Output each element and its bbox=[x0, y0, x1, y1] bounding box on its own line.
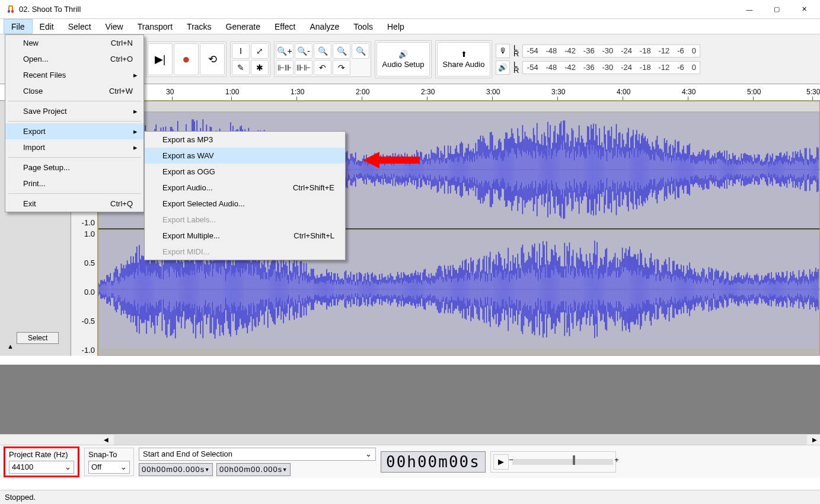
file-menu-item-save-project[interactable]: Save Project▸ bbox=[5, 103, 143, 119]
menu-select[interactable]: Select bbox=[61, 19, 98, 34]
chevron-down-icon: ⌄ bbox=[365, 449, 372, 458]
menu-file[interactable]: File bbox=[4, 19, 33, 34]
chevron-right-icon: ▸ bbox=[133, 107, 138, 116]
menu-help[interactable]: Help bbox=[380, 19, 411, 34]
file-menu-item-recent-files[interactable]: Recent Files▸ bbox=[5, 67, 143, 83]
app-icon bbox=[6, 5, 15, 14]
chevron-right-icon: ▸ bbox=[133, 71, 138, 79]
audio-position-display[interactable]: 00h00m00s bbox=[381, 451, 486, 473]
draw-tool-button[interactable]: ✎ bbox=[232, 60, 250, 75]
minimize-button[interactable]: — bbox=[736, 0, 763, 19]
timeline-tick: 1:00 bbox=[225, 88, 239, 96]
status-text: Stopped. bbox=[5, 493, 36, 502]
file-menu-item-import[interactable]: Import▸ bbox=[5, 139, 143, 155]
export-menu-item-export-labels-: Export Labels... bbox=[145, 212, 345, 228]
timeline-tick: 2:00 bbox=[356, 88, 369, 96]
menubar: File Edit Select View Transport Tracks G… bbox=[0, 19, 820, 34]
file-menu-item-print-[interactable]: Print... bbox=[5, 176, 143, 192]
file-dropdown-menu: NewCtrl+NOpen...Ctrl+ORecent Files▸Close… bbox=[5, 34, 144, 212]
project-rate-select[interactable]: 44100⌄ bbox=[9, 461, 74, 474]
timeline-tick: 3:00 bbox=[486, 88, 500, 96]
titlebar: 02. Shoot To Thrill — ▢ ✕ bbox=[0, 0, 820, 19]
file-menu-item-exit[interactable]: ExitCtrl+Q bbox=[5, 196, 143, 212]
menu-view[interactable]: View bbox=[98, 19, 130, 34]
file-menu-item-new[interactable]: NewCtrl+N bbox=[5, 35, 143, 51]
export-menu-item-export-as-wav[interactable]: Export as WAV bbox=[145, 148, 345, 164]
playback-meter[interactable]: -54-48-42-36-30-24-18-12-60 bbox=[522, 61, 700, 74]
menu-analyze[interactable]: Analyze bbox=[303, 19, 347, 34]
selection-start-time[interactable]: 00h00m00.000s▾ bbox=[139, 463, 213, 476]
timeline-tick: 2:30 bbox=[421, 88, 435, 96]
track-name-label[interactable]: To Thrill bbox=[98, 101, 819, 112]
empty-track-space bbox=[0, 365, 820, 436]
zoom-out-button[interactable]: 🔍- bbox=[295, 43, 312, 59]
file-menu-item-open-[interactable]: Open...Ctrl+O bbox=[5, 51, 143, 67]
silence-button[interactable]: ⊪⊩ bbox=[295, 60, 312, 75]
snap-to-select[interactable]: Off⌄ bbox=[88, 461, 130, 474]
timeline-tick: 1:30 bbox=[291, 88, 304, 96]
loop-button[interactable]: ⟲ bbox=[200, 43, 225, 75]
trim-button[interactable]: ⊩⊪ bbox=[276, 60, 293, 75]
window-title: 02. Shoot To Thrill bbox=[19, 5, 736, 14]
audio-setup-button[interactable]: 🔊 Audio Setup bbox=[377, 42, 430, 76]
record-button[interactable]: ● bbox=[174, 43, 199, 75]
upload-icon: ⬆ bbox=[461, 50, 467, 59]
timeline-tick: 4:30 bbox=[682, 88, 695, 96]
zoom-toggle-button[interactable]: 🔍 bbox=[352, 43, 369, 59]
menu-edit[interactable]: Edit bbox=[33, 19, 61, 34]
snap-to-group: Snap-To Off⌄ bbox=[84, 448, 134, 476]
playback-meter-icon[interactable]: 🔊 bbox=[496, 60, 510, 75]
chevron-down-icon: ⌄ bbox=[120, 462, 127, 471]
selection-type-dropdown[interactable]: Start and End of Selection⌄ bbox=[139, 448, 376, 461]
selection-tool-button[interactable]: Ⅰ bbox=[232, 43, 250, 59]
timeline-tick: 5:30 bbox=[806, 88, 820, 96]
menu-tracks[interactable]: Tracks bbox=[180, 19, 218, 34]
export-menu-item-export-audio-[interactable]: Export Audio...Ctrl+Shift+E bbox=[145, 180, 345, 196]
export-menu-item-export-midi-: Export MIDI... bbox=[145, 244, 345, 260]
skip-end-button[interactable]: ▶| bbox=[148, 43, 173, 75]
record-meter[interactable]: -54-48-42-36-30-24-18-12-60 bbox=[522, 44, 700, 58]
zoom-sel-button[interactable]: 🔍 bbox=[314, 43, 331, 59]
track-select-button[interactable]: Select bbox=[17, 332, 59, 344]
export-menu-item-export-as-ogg[interactable]: Export as OGG bbox=[145, 164, 345, 180]
svg-point-0 bbox=[8, 9, 10, 12]
redo-button[interactable]: ↷ bbox=[333, 60, 350, 75]
menu-transport[interactable]: Transport bbox=[130, 19, 180, 34]
file-menu-item-export[interactable]: Export▸ bbox=[5, 123, 143, 139]
record-meter-icon[interactable]: 🎙 bbox=[496, 44, 510, 58]
file-menu-item-page-setup-[interactable]: Page Setup... bbox=[5, 160, 143, 176]
svg-point-1 bbox=[11, 9, 14, 12]
menu-tools[interactable]: Tools bbox=[346, 19, 380, 34]
envelope-tool-button[interactable]: ⤢ bbox=[251, 43, 269, 59]
project-rate-group: Project Rate (Hz) 44100⌄ bbox=[4, 446, 79, 477]
close-button[interactable]: ✕ bbox=[790, 0, 818, 19]
share-audio-button[interactable]: ⬆ Share Audio bbox=[437, 42, 490, 76]
chevron-right-icon: ▸ bbox=[133, 127, 138, 136]
menu-effect[interactable]: Effect bbox=[267, 19, 303, 34]
chevron-down-icon: ⌄ bbox=[65, 462, 71, 471]
fit-width-button[interactable]: 🔍 bbox=[333, 43, 350, 59]
playback-speed-slider[interactable]: − + bbox=[512, 459, 613, 465]
snap-to-label: Snap-To bbox=[88, 450, 130, 459]
undo-button[interactable]: ↶ bbox=[314, 60, 331, 75]
export-menu-item-export-selected-audio-[interactable]: Export Selected Audio... bbox=[145, 196, 345, 212]
timeline-tick: 30 bbox=[166, 88, 174, 96]
zoom-in-button[interactable]: 🔍+ bbox=[276, 43, 293, 59]
play-at-speed-group: ▶ − + bbox=[490, 451, 616, 473]
project-rate-label: Project Rate (Hz) bbox=[9, 450, 74, 459]
svg-marker-2406 bbox=[363, 152, 420, 168]
export-menu-item-export-multiple-[interactable]: Export Multiple...Ctrl+Shift+L bbox=[145, 228, 345, 244]
maximize-button[interactable]: ▢ bbox=[763, 0, 790, 19]
chevron-right-icon: ▸ bbox=[133, 143, 138, 152]
annotation-arrow bbox=[363, 149, 422, 173]
menu-generate[interactable]: Generate bbox=[219, 19, 267, 34]
horizontal-scrollbar[interactable]: ◀ ▶ bbox=[0, 434, 820, 445]
multi-tool-button[interactable]: ✱ bbox=[251, 60, 269, 75]
timeline-tick: 4:00 bbox=[617, 88, 630, 96]
play-at-speed-button[interactable]: ▶ bbox=[493, 454, 509, 470]
selection-end-time[interactable]: 00h00m00.000s▾ bbox=[216, 463, 291, 476]
timeline-tick: 5:00 bbox=[747, 88, 761, 96]
timeline-tick: 3:30 bbox=[551, 88, 565, 96]
file-menu-item-close[interactable]: CloseCtrl+W bbox=[5, 83, 143, 99]
export-menu-item-export-as-mp3[interactable]: Export as MP3 bbox=[145, 132, 345, 148]
